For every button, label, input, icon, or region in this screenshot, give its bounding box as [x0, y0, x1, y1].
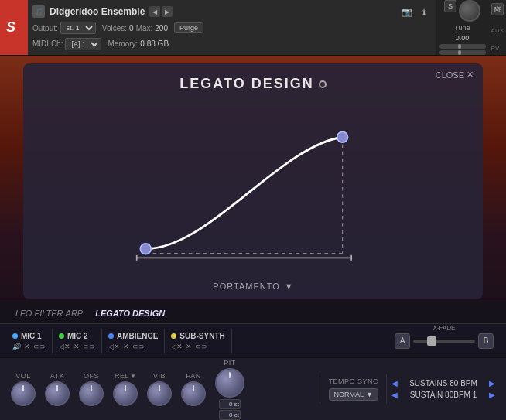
pan-label: PAN: [186, 372, 200, 380]
ofs-knob[interactable]: [79, 381, 104, 406]
main-area: CLOSE ✕ LEGATO DESIGN: [0, 56, 506, 357]
mic1-label: MIC 1: [21, 332, 42, 340]
knob-group-pan: PAN: [176, 369, 210, 409]
tune-knob[interactable]: [459, 0, 480, 22]
window-close-button[interactable]: ✕: [495, 3, 503, 14]
sustain1-name: SUSTAINS 80 BPM: [401, 379, 486, 388]
mic1-mute-button[interactable]: ✕: [24, 343, 30, 350]
mic1-name-row: MIC 1: [12, 332, 46, 340]
vib-label: VIB: [153, 372, 166, 380]
purge-button[interactable]: Purge: [174, 22, 203, 33]
vol-knob[interactable]: [11, 381, 36, 406]
sustain-row-2: ◀ SUSTAIN 80BPM 1 ▶: [391, 391, 495, 399]
knob-group-ofs: OFS: [74, 369, 108, 409]
mic2-controls: ◁✕ ✕ ⊂⊃: [59, 343, 95, 350]
mic-channel-2: MIC 2 ◁✕ ✕ ⊂⊃: [53, 329, 102, 353]
tune-value: 0.00: [456, 34, 470, 42]
pit-semitone-input[interactable]: [219, 399, 241, 409]
header-main: 🎵 Didgeridoo Ensemble ◀ ▶ 📷 ℹ Output: st…: [28, 0, 436, 55]
ambience-dot: [108, 333, 114, 339]
svg-point-5: [140, 244, 151, 254]
vib-knob[interactable]: [147, 381, 172, 406]
sustain-section: ◀ SUSTAINS 80 BPM ▶ ◀ SUSTAIN 80BPM 1 ▶: [386, 374, 500, 404]
rel-knob[interactable]: [113, 381, 138, 406]
ambience-link-button[interactable]: ⊂⊃: [132, 343, 145, 350]
mic-row: MIC 1 🔊 ✕ ⊂⊃ MIC 2 ◁✕ ✕ ⊂⊃ AMBI: [0, 323, 506, 357]
tab-legato[interactable]: LEGATO DESIGN: [95, 309, 165, 318]
a-button[interactable]: A: [395, 333, 410, 349]
mic-channel-subsynth: SUB-SYNTH ◁✕ ✕ ⊂⊃: [165, 329, 231, 353]
pv-label: PV: [491, 45, 504, 52]
s-button[interactable]: S: [444, 0, 456, 12]
dropdown-arrow-icon: ▼: [366, 391, 373, 398]
sustain2-next-button[interactable]: ▶: [489, 391, 495, 399]
portamento-dropdown-icon: ▼: [285, 282, 293, 291]
legato-title: LEGATO DESIGN: [179, 76, 326, 92]
subsynth-link-button[interactable]: ⊂⊃: [195, 343, 207, 350]
mic2-label: MIC 2: [67, 332, 88, 340]
mic1-dot: [12, 333, 18, 339]
sustain2-name: SUSTAIN 80BPM 1: [401, 391, 486, 399]
ambience-mute-button[interactable]: ✕: [123, 343, 129, 350]
top-icons: 📷 ℹ: [400, 5, 431, 19]
xfade-slider[interactable]: X-FADE: [413, 333, 475, 349]
normal-mode-button[interactable]: NORMAL ▼: [329, 388, 378, 401]
knob-group-pit: PIT: [210, 356, 249, 421]
mic2-mute-button[interactable]: ✕: [74, 343, 80, 350]
sustain2-prev-button[interactable]: ◀: [391, 391, 398, 399]
voices-info: Voices: 0 Max: 200: [102, 24, 168, 32]
pit-knob[interactable]: [215, 368, 244, 398]
tab-lfo[interactable]: LFO.FILTER.ARP: [15, 309, 83, 318]
xfade-track: [413, 340, 475, 343]
midi-select[interactable]: [A] 1: [65, 38, 101, 50]
mic1-controls: 🔊 ✕ ⊂⊃: [12, 343, 46, 350]
legato-panel: CLOSE ✕ LEGATO DESIGN: [23, 63, 483, 299]
camera-icon-button[interactable]: 📷: [400, 5, 414, 19]
pit-label: PIT: [224, 359, 236, 367]
b-button[interactable]: B: [478, 333, 494, 349]
ambience-label: AMBIENCE: [117, 332, 158, 340]
prev-instrument-button[interactable]: ◀: [149, 6, 160, 17]
atk-knob[interactable]: [45, 381, 70, 406]
tune-sliders: [439, 44, 486, 55]
top-bar: S 🎵 Didgeridoo Ensemble ◀ ▶ 📷 ℹ Output: …: [0, 0, 506, 56]
output-select[interactable]: st. 1: [60, 22, 96, 34]
nav-arrows: ◀ ▶: [149, 6, 173, 17]
right-section: TEMPO SYNC NORMAL ▼ ◀ SUSTAINS 80 BPM ▶ …: [320, 374, 500, 404]
portamento-row: PORTAMENTO ▼: [213, 282, 292, 291]
xfade-thumb[interactable]: [427, 336, 436, 346]
info-row-2: MIDI Ch: [A] 1 Memory: 0.88 GB: [32, 38, 431, 50]
tune-slider-2[interactable]: [439, 50, 486, 55]
info-icon-button[interactable]: ℹ: [417, 5, 431, 19]
next-instrument-button[interactable]: ▶: [162, 6, 173, 17]
subsynth-label: SUB-SYNTH: [179, 332, 224, 340]
tune-slider-1[interactable]: [439, 44, 486, 49]
ofs-label: OFS: [84, 372, 99, 380]
bottom-tabs: LFO.FILTER.ARP LEGATO DESIGN: [0, 302, 506, 323]
title-row: 🎵 Didgeridoo Ensemble ◀ ▶ 📷 ℹ: [32, 5, 431, 19]
subsynth-name-row: SUB-SYNTH: [171, 332, 224, 340]
pan-knob[interactable]: [181, 381, 206, 406]
ab-section: A X-FADE B: [388, 333, 500, 349]
subsynth-mute-icon: ◁✕: [171, 343, 183, 350]
instrument-icon: 🎵: [32, 5, 45, 18]
svg-point-6: [337, 131, 348, 142]
info-row-1: Output: st. 1 Voices: 0 Max: 200 Purge: [32, 22, 431, 34]
pit-cent-input[interactable]: [219, 410, 241, 420]
aux-label: AUX: [491, 27, 504, 34]
sustain1-next-button[interactable]: ▶: [489, 379, 495, 388]
subsynth-mute-button[interactable]: ✕: [186, 343, 192, 350]
subsynth-dot: [171, 333, 176, 339]
pit-values: [219, 399, 241, 420]
mic2-link-button[interactable]: ⊂⊃: [83, 343, 95, 350]
vol-label: VOL: [15, 372, 31, 380]
rel-label-row: REL ▼: [115, 372, 136, 380]
midi-info: MIDI Ch: [A] 1: [32, 38, 101, 50]
atk-label: ATK: [50, 372, 64, 380]
close-panel-button[interactable]: CLOSE ✕: [436, 70, 474, 80]
sustain-row-1: ◀ SUSTAINS 80 BPM ▶: [391, 379, 495, 388]
mic2-name-row: MIC 2: [59, 332, 95, 340]
mic1-link-button[interactable]: ⊂⊃: [33, 343, 46, 350]
sustain1-prev-button[interactable]: ◀: [391, 379, 398, 388]
subsynth-controls: ◁✕ ✕ ⊂⊃: [171, 343, 224, 350]
